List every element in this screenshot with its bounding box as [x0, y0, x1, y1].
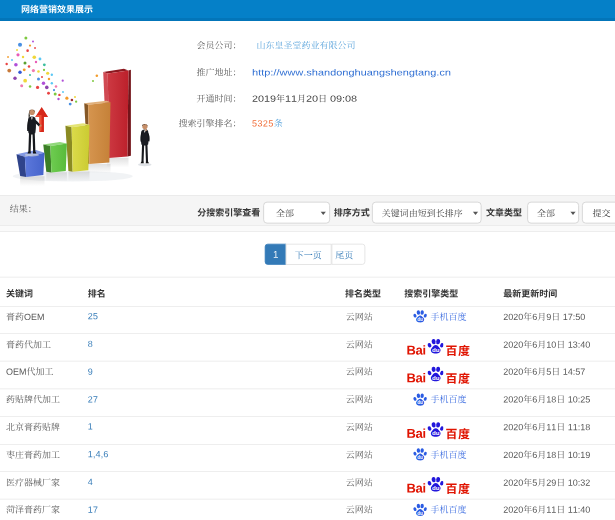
svg-text:du: du — [417, 455, 423, 460]
svg-text:du: du — [432, 346, 440, 353]
svg-text:du: du — [432, 429, 440, 436]
svg-text:du: du — [432, 484, 440, 491]
svg-text:du: du — [417, 400, 423, 405]
svg-text:du: du — [432, 373, 440, 380]
svg-text:du: du — [417, 317, 423, 322]
svg-text:du: du — [417, 511, 423, 516]
